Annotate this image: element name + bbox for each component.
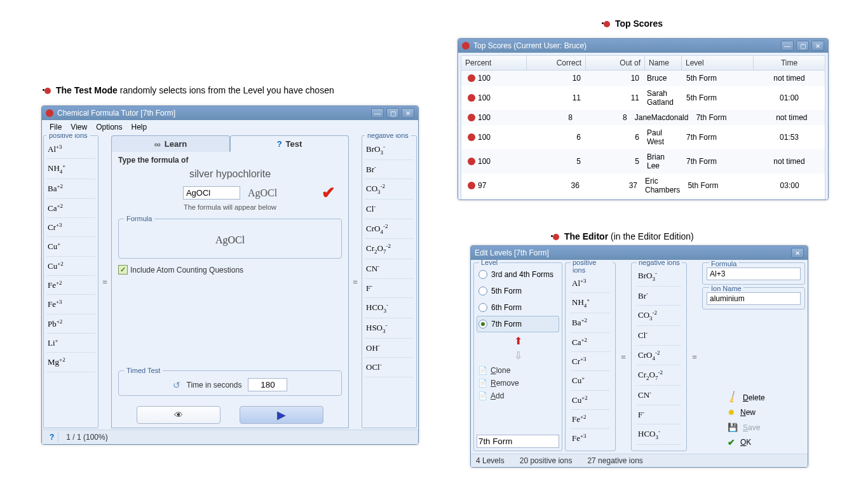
minimize-button[interactable]: —	[371, 108, 384, 118]
ion-item[interactable]: Fe+3	[571, 429, 610, 448]
ion-item[interactable]: CN-	[637, 386, 681, 405]
add-button[interactable]: 📄 Add	[477, 390, 559, 402]
ion-item[interactable]: HCO3-	[365, 298, 414, 318]
ion-item[interactable]: Al+3	[46, 140, 95, 159]
ion-item[interactable]: BrO3-	[365, 140, 414, 160]
close-button[interactable]: ✕	[791, 248, 804, 258]
ion-item[interactable]: CO3-2	[637, 306, 681, 326]
ion-item[interactable]: Cu+	[46, 237, 95, 256]
ion-item[interactable]: HSO3-	[365, 318, 414, 339]
ion-item[interactable]: Cl-	[365, 200, 414, 219]
ion-item[interactable]: Cu+2	[571, 391, 610, 410]
ion-item[interactable]: BrO3-	[637, 266, 681, 287]
ion-item[interactable]: HCO3-	[637, 424, 681, 445]
move-down-button[interactable]: ⇩	[514, 349, 522, 362]
time-input[interactable]	[248, 378, 287, 391]
ok-button[interactable]: ✔ OK	[728, 437, 751, 447]
ion-item[interactable]: Ca+2	[46, 199, 95, 218]
ion-item[interactable]: Mg+2	[46, 353, 95, 372]
col-correct[interactable]: Correct	[527, 56, 586, 70]
negative-ions-label: negative ions	[365, 134, 411, 140]
titlebar[interactable]: Edit Levels [7th Form] ✕	[471, 246, 808, 260]
ion-item[interactable]: Li+	[46, 334, 95, 353]
remove-button[interactable]: 📄 Remove	[477, 377, 559, 390]
level-radio[interactable]: 7th Form	[477, 316, 559, 332]
maximize-button[interactable]: ▢	[796, 41, 809, 51]
table-row[interactable]: 30310John Adams6th Form00:30	[461, 198, 825, 200]
clone-button[interactable]: 📄 Clone	[477, 364, 559, 377]
table-row[interactable]: 973637Eric Chambers5th Form03:00	[461, 173, 825, 198]
menu-view[interactable]: View	[67, 121, 91, 133]
col-time[interactable]: Time	[754, 56, 825, 70]
ion-item[interactable]: Cr2O7-2	[365, 239, 414, 259]
ion-item[interactable]: Fe+2	[46, 276, 95, 295]
ion-item[interactable]: Cu+	[571, 371, 610, 390]
maximize-button[interactable]: ▢	[386, 108, 399, 118]
col-level[interactable]: Level	[682, 56, 754, 70]
ion-name-legend: Ion Name	[709, 285, 743, 292]
preview-button[interactable]: 👁	[137, 406, 220, 424]
table-row[interactable]: 10055Brian Lee7th Formnot timed	[461, 149, 825, 173]
col-outof[interactable]: Out of	[586, 56, 645, 70]
ion-item[interactable]: F-	[365, 279, 414, 298]
play-button[interactable]: ▶	[240, 406, 323, 424]
level-radio[interactable]: 5th Form	[477, 283, 559, 299]
col-name[interactable]: Name	[645, 56, 682, 70]
ion-item[interactable]: Ba+2	[571, 313, 610, 332]
titlebar[interactable]: Chemical Formula Tutor [7th Form] — ▢ ✕	[42, 106, 418, 120]
table-row[interactable]: 1001010Bruce5th Formnot timed	[461, 71, 825, 86]
table-row[interactable]: 10088JaneMacdonald7th Formnot timed	[461, 110, 825, 125]
ion-item[interactable]: NH4+	[46, 159, 95, 179]
ion-item[interactable]: CO3-2	[365, 179, 414, 200]
ion-item[interactable]: Cl-	[637, 326, 681, 345]
ion-item[interactable]: HSO3-	[637, 445, 681, 448]
history-icon[interactable]: ↺	[173, 380, 180, 390]
ion-item[interactable]: NH4+	[571, 293, 610, 313]
equals-divider: =	[100, 134, 110, 430]
ion-item[interactable]: Ba+2	[46, 179, 95, 198]
level-radio[interactable]: 3rd and 4th Forms	[477, 266, 559, 283]
level-name-input[interactable]	[477, 435, 559, 448]
tab-test[interactable]: ? Test	[230, 135, 349, 152]
table-row[interactable]: 10066Paul West7th Form01:53	[461, 125, 825, 149]
ion-item[interactable]: Br-	[637, 287, 681, 306]
add-icon: 📄	[478, 391, 487, 400]
ion-item[interactable]: Fe+2	[571, 410, 610, 429]
ion-item[interactable]: Cr2O7-2	[637, 365, 681, 386]
ion-item[interactable]: Pb+2	[46, 315, 95, 334]
delete-button[interactable]: 🧹 Delete	[728, 393, 765, 402]
close-button[interactable]: ✕	[811, 41, 824, 51]
radio-icon	[478, 270, 487, 279]
ion-item[interactable]: Br-	[365, 160, 414, 179]
formula-field[interactable]	[707, 268, 801, 280]
menu-help[interactable]: Help	[128, 121, 151, 133]
ion-item[interactable]: Cr+3	[571, 352, 610, 371]
formula-input[interactable]	[183, 186, 240, 200]
ion-item[interactable]: Cu+2	[46, 257, 95, 276]
ion-item[interactable]: OH-	[365, 339, 414, 358]
include-counting-checkbox[interactable]: ✓ Include Atom Counting Questions	[118, 265, 342, 274]
ion-item[interactable]: CrO4-2	[365, 219, 414, 240]
tab-learn[interactable]: ∞ Learn	[111, 135, 230, 152]
menu-file[interactable]: File	[46, 121, 65, 133]
titlebar[interactable]: Top Scores (Current User: Bruce) — ▢ ✕	[458, 39, 828, 53]
ion-name-field[interactable]	[707, 292, 801, 305]
new-button[interactable]: ✸ New	[728, 407, 756, 417]
ion-item[interactable]: F-	[637, 405, 681, 424]
minimize-button[interactable]: —	[781, 41, 794, 51]
ion-item[interactable]: Al+3	[571, 274, 610, 293]
col-percent[interactable]: Percent	[461, 56, 527, 70]
move-up-button[interactable]: ⬆	[514, 335, 522, 347]
help-status-icon[interactable]: ?	[46, 433, 58, 442]
level-radio[interactable]: 6th Form	[477, 299, 559, 316]
ion-item[interactable]: Fe+3	[46, 295, 95, 314]
ion-item[interactable]: Cr+3	[46, 218, 95, 237]
ion-item[interactable]: Ca+2	[571, 333, 610, 352]
ion-item[interactable]: CN-	[365, 259, 414, 278]
table-row[interactable]: 1001111Sarah Gatland5th Form01:00	[461, 86, 825, 110]
editor-negative-ions: negative ions BrO3-Br-CO3-2Cl-CrO4-2Cr2O…	[631, 262, 687, 451]
close-button[interactable]: ✕	[402, 108, 414, 118]
ion-item[interactable]: OCl-	[365, 358, 414, 377]
ion-item[interactable]: CrO4-2	[637, 346, 681, 366]
menu-options[interactable]: Options	[92, 121, 126, 133]
